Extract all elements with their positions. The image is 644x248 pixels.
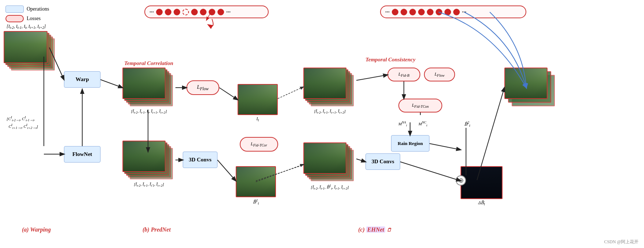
l-flow-label-c: LFlow [435,72,444,77]
dot-c-8 [453,9,460,15]
3d-convs-c-label: 3D Convs [371,159,394,165]
lower-stack-c: [Ĩt-2, Ĩt-1, B̂1t, Ĩt-1, Ĩt+2] [303,142,356,190]
legend-box-blue [5,5,24,13]
svg-line-10 [219,88,238,100]
final-output-stack [504,68,557,108]
dot-c-3 [409,9,416,15]
temporal-correlation-label: Temporal Correlation [124,60,173,66]
l-fid-tcon-box: LFid-TCon [398,99,442,112]
section-c-title: (c) EHNet 🗒 [358,226,391,233]
3d-convs-b-label: 3D Convs [189,157,211,163]
legend-operations: Operations [5,5,49,13]
l-fid-tcon-label: LFid-TCon [412,103,429,108]
dot-c-6 [436,9,442,15]
l-flow-box-c: LFlow [424,68,455,81]
l-fid-tcor-b-label: LFid-TCor [251,141,267,147]
dot-b-4 [191,9,198,15]
legend-box-red [5,15,24,22]
legend-operations-label: Operations [27,6,49,12]
l-fid-b-box: LFid-B [387,68,420,81]
dot-b-6 [209,9,215,15]
arrows-svg [0,0,644,248]
dot-c-5 [427,9,433,15]
m-nc-label: MNCt [418,121,427,127]
input-label-a: [It-2, It-1, It, It+1, It+2] [7,24,46,30]
dot-c-4 [418,9,425,15]
plus-circle: ⊕ [456,175,466,186]
dot-c-7 [444,9,451,15]
b-hat-1-image: B̂1t [236,166,276,205]
svg-line-11 [278,87,303,99]
legend-losses-label: Losses [27,16,41,22]
rain-region-box[interactable]: Rain Region [391,135,429,152]
warp-label: Warp [76,76,89,83]
b-hat-2-label: B̂2t [464,121,470,127]
upper-stack-b: [Ĩt-2, Ĩt-1, It, Ĩt+1, Ĩt+2] [122,68,175,114]
credit: CSDN @阿上花开 [604,239,639,245]
dots-container-b: ··· ··· [144,5,269,18]
warp-box[interactable]: Warp [64,71,101,88]
dots-ellipsis-right-b: ··· [226,9,231,15]
flow-input-label: [CIt-2→t, CIt-1→t, CIt+1→t, CIt+2→t] [7,115,38,130]
temporal-consistency-label: Temporal Consistency [365,57,416,63]
legend-losses: Losses [5,15,49,22]
lower-stack-b: [Ĩt-2, Ĩt-1, Ĩt'1, Ĩt+2] [122,141,175,187]
dot-b-3 [174,9,180,15]
flownet-label: FlowNet [72,151,92,157]
main-container: Operations Losses [It-2, It-1, It, It+1,… [0,0,644,248]
dot-b-7 [217,9,224,15]
dot-c-1 [392,9,398,15]
svg-line-18 [356,159,365,162]
upper-stack-c: [Ĩt-2, Ĩt-1, Ĩt+1, Ĩt+2] [303,68,356,114]
input-stack-a [4,31,57,71]
dot-c-2 [401,9,407,15]
flownet-box[interactable]: FlowNet [64,146,101,163]
l-fid-tcor-b: LFid-TCor [240,137,278,152]
l-fid-b-label: LFid-B [398,72,409,77]
section-b-title: (b) PredNet [143,226,171,233]
svg-line-14 [356,75,387,80]
l-flow-box-b: LFlow [186,80,219,95]
m-na-label: MNAi [398,121,407,127]
section-a-title: (a) Warping [22,226,51,233]
dots-ellipsis-right-c: ··· [462,9,466,15]
legend: Operations Losses [5,5,49,22]
l-flow-label-b: LFlow [197,84,209,91]
svg-line-19 [400,162,461,181]
dot-b-1 [156,9,163,15]
dots-ellipsis-left-c: ··· [385,9,390,15]
dots-container-c: ··· ··· [380,5,526,18]
svg-line-1 [101,80,122,88]
dot-b-outline [182,9,189,15]
rain-region-label: Rain Region [398,141,423,146]
3d-convs-b[interactable]: 3D Convs [183,152,217,168]
dot-b-2 [165,9,171,15]
3d-convs-c[interactable]: 3D Convs [365,153,400,170]
svg-line-9 [217,160,236,181]
dot-b-5 [200,9,207,15]
single-image-it: It [238,84,278,122]
delta-b-image: ΔB̂t [461,166,503,206]
svg-line-20 [429,144,461,150]
dots-ellipsis-left-b: ··· [149,9,154,15]
